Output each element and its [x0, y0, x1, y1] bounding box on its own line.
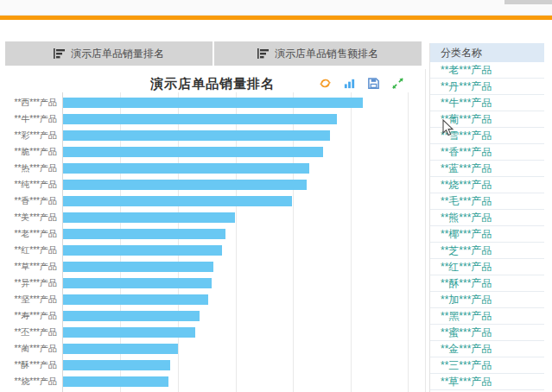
bar-chart-plot: **西***产品**牛***产品**彩***产品**脆***产品**热***产品…: [0, 92, 426, 392]
y-axis-label: **纯***产品: [0, 179, 57, 191]
chart-row: **热***产品: [0, 160, 426, 176]
bar-track: [63, 360, 409, 370]
y-axis-label: **酥***产品: [0, 359, 57, 371]
y-axis-label: **香***产品: [0, 195, 57, 207]
chart-row: **彩***产品: [0, 127, 426, 143]
bar-track: [63, 212, 409, 223]
save-icon[interactable]: [367, 77, 380, 90]
category-list-item[interactable]: **三***产品: [430, 357, 544, 374]
fullscreen-expand-icon[interactable]: [391, 77, 404, 90]
bar-track: [63, 327, 409, 338]
bar-track: [63, 180, 409, 190]
bar: [63, 262, 213, 272]
y-axis-label: **异***产品: [0, 277, 57, 289]
chart-card: 演示店单品销量排名: [0, 69, 426, 392]
orange-accent-bar: [0, 16, 552, 20]
bar: [63, 229, 225, 239]
chart-row: **蔺***产品: [0, 340, 426, 357]
category-list-item[interactable]: **椰***产品: [430, 226, 544, 243]
bar: [63, 327, 195, 338]
bar: [63, 163, 309, 174]
chart-row: **纯***产品: [0, 176, 426, 193]
bar: [63, 114, 337, 124]
y-axis-label: **烧***产品: [0, 376, 57, 388]
bar-track: [63, 114, 409, 124]
top-strip: [0, 0, 552, 16]
refresh-icon[interactable]: [319, 77, 332, 90]
category-list-item[interactable]: **金***产品: [430, 341, 544, 357]
bar-track: [63, 163, 409, 174]
y-axis-label: **热***产品: [0, 162, 57, 174]
y-axis-label: **寿***产品: [0, 310, 57, 322]
category-list-item[interactable]: **老***产品: [430, 62, 544, 79]
category-list-item[interactable]: **红***产品: [430, 259, 544, 275]
category-list-item[interactable]: **烧***产品: [430, 177, 544, 193]
bar-track: [63, 196, 409, 206]
chart-row: **酥***产品: [0, 357, 426, 373]
bar: [63, 212, 235, 223]
y-axis-label: **西***产品: [0, 97, 57, 109]
tab-sales-amount-ranking[interactable]: 演示店单品销售额排名: [214, 41, 422, 66]
chart-row: **寿***产品: [0, 307, 426, 324]
y-axis-label: **美***产品: [0, 212, 57, 224]
category-list-item[interactable]: **雪***产品: [430, 128, 544, 144]
y-axis-label: **丕***产品: [0, 326, 57, 338]
chart-row: **丕***产品: [0, 324, 426, 340]
category-list-item[interactable]: **黑***产品: [430, 308, 544, 325]
chart-row: **西***产品: [0, 94, 426, 111]
bar: [63, 245, 222, 256]
bar: [63, 344, 178, 354]
bar: [63, 376, 168, 387]
bar-track: [63, 311, 409, 321]
tab-label: 演示店单品销量排名: [71, 47, 164, 61]
bar: [63, 130, 330, 141]
bar: [63, 98, 363, 108]
bar-track: [63, 147, 409, 157]
category-list-item[interactable]: **酥***产品: [430, 275, 544, 292]
category-list-item[interactable]: **芝***产品: [430, 243, 544, 259]
ranking-bars-icon: [257, 48, 269, 59]
sidebar-list: **老***产品**丹***产品**牛***产品**葡***产品**雪***产品…: [430, 62, 544, 390]
bar-track: [63, 229, 409, 239]
bar-chart-icon[interactable]: [343, 77, 356, 90]
bar-track: [63, 98, 409, 108]
chart-row: **香***产品: [0, 193, 426, 209]
window-chrome-corner: [504, 0, 552, 4]
y-axis-label: **彩***产品: [0, 130, 57, 142]
bar: [63, 294, 208, 305]
bar: [63, 311, 200, 321]
bar-track: [63, 376, 409, 387]
category-list-item[interactable]: **丹***产品: [430, 79, 544, 95]
category-list-item[interactable]: **蓝***产品: [430, 161, 544, 177]
category-list-item[interactable]: **熊***产品: [430, 210, 544, 226]
chart-row: **异***产品: [0, 275, 426, 291]
report-tabs: 演示店单品销量排名 演示店单品销售额排名: [5, 41, 422, 66]
category-list-item[interactable]: **毛***产品: [430, 193, 544, 210]
y-axis-label: **脆***产品: [0, 146, 57, 158]
chart-row: **脆***产品: [0, 143, 426, 160]
y-axis-label: **草***产品: [0, 261, 57, 273]
bar: [63, 147, 323, 157]
bar-track: [63, 294, 409, 305]
chart-row: **红***产品: [0, 242, 426, 258]
category-list-item[interactable]: **蜜***产品: [430, 325, 544, 341]
category-list-item[interactable]: **加***产品: [430, 292, 544, 308]
tab-sales-quantity-ranking[interactable]: 演示店单品销量排名: [5, 41, 213, 66]
chart-row: **老***产品: [0, 225, 426, 242]
tab-label: 演示店单品销售额排名: [275, 47, 378, 61]
category-list-item[interactable]: **牛***产品: [430, 95, 544, 111]
y-axis-label: **红***产品: [0, 244, 57, 256]
category-list-item[interactable]: **香***产品: [430, 144, 544, 161]
bar: [63, 180, 307, 190]
category-sidebar: 分类名称 **老***产品**丹***产品**牛***产品**葡***产品**雪…: [429, 43, 544, 392]
chart-row: **烧***产品: [0, 373, 426, 389]
chart-row: **坚***产品: [0, 291, 426, 307]
y-axis-label: **坚***产品: [0, 294, 57, 306]
category-list-item[interactable]: **草***产品: [430, 374, 544, 390]
bar-track: [63, 344, 409, 354]
bar-rows: **西***产品**牛***产品**彩***产品**脆***产品**热***产品…: [0, 94, 426, 389]
y-axis-label: **蔺***产品: [0, 343, 57, 355]
category-list-item[interactable]: **葡***产品: [430, 111, 544, 128]
y-axis-label: **牛***产品: [0, 113, 57, 125]
sidebar-header: 分类名称: [430, 43, 544, 62]
